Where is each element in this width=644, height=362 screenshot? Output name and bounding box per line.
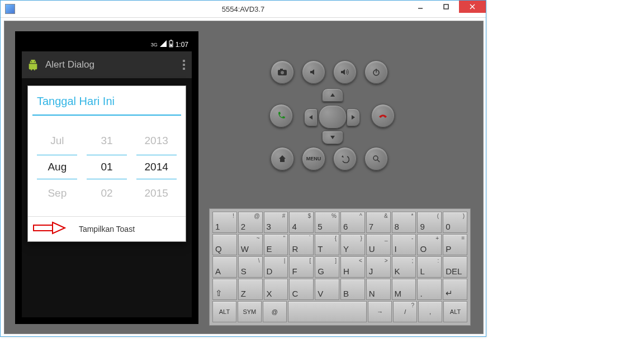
search-button[interactable] [364, 147, 388, 170]
key-,[interactable]: , [418, 301, 442, 322]
dpad-up[interactable] [322, 88, 343, 102]
key-A[interactable]: A [212, 256, 237, 278]
emulator-controls-pane: MENU 1!2@3#4$5%6^7&8*9(0) QW~E"R`T{Y}U_I… [209, 21, 483, 334]
key-/[interactable]: /? [393, 301, 417, 322]
key-7[interactable]: 7& [366, 212, 391, 233]
alert-dialog: Tanggal Hari Ini Jul Aug Sep 31 01 [27, 85, 186, 242]
year-current[interactable]: 2014 [136, 155, 177, 179]
volume-up-button[interactable] [333, 60, 357, 84]
key-.[interactable]: . [417, 279, 442, 300]
key-ALT[interactable]: ALT [443, 301, 467, 322]
end-call-button[interactable] [371, 104, 395, 127]
titlebar: 5554:AVD3.7 [1, 1, 486, 18]
camera-button[interactable] [271, 60, 294, 84]
maximize-button[interactable] [433, 1, 459, 13]
dpad-right[interactable] [347, 108, 360, 126]
key-SYM[interactable]: SYM [238, 301, 262, 322]
key-R[interactable]: R` [289, 234, 314, 255]
key-↵[interactable]: ↵ [443, 279, 467, 300]
key-P[interactable]: P= [443, 234, 467, 255]
key-C[interactable]: C [289, 279, 314, 300]
key-E[interactable]: E" [264, 234, 288, 255]
menu-label: MENU [306, 156, 321, 161]
key-2[interactable]: 2@ [238, 212, 263, 233]
dpad-center[interactable] [319, 105, 347, 128]
key-O[interactable]: O+ [417, 234, 442, 255]
svg-point-15 [373, 156, 378, 160]
year-prev[interactable]: 2013 [136, 129, 177, 153]
key-8[interactable]: 8* [392, 212, 416, 233]
key-Q[interactable]: Q [212, 234, 237, 255]
month-column[interactable]: Jul Aug Sep [37, 129, 77, 205]
clock: 1:07 [176, 41, 188, 49]
key-T[interactable]: T{ [315, 234, 339, 255]
key-X[interactable]: X [264, 279, 288, 300]
month-current[interactable]: Aug [37, 155, 77, 179]
key-space[interactable] [288, 301, 367, 322]
key-F[interactable]: F[ [289, 256, 314, 278]
key-W[interactable]: W~ [238, 234, 263, 255]
menu-button[interactable]: MENU [302, 147, 325, 170]
key-@[interactable]: @ [263, 301, 287, 322]
key-5[interactable]: 5% [315, 212, 339, 233]
minimize-button[interactable] [408, 1, 433, 13]
key-H[interactable]: H< [340, 256, 365, 278]
key-V[interactable]: V [315, 279, 339, 300]
key-DEL[interactable]: DEL [443, 256, 467, 278]
year-column[interactable]: 2013 2014 2015 [136, 129, 177, 205]
key-9[interactable]: 9( [417, 212, 442, 233]
key-4[interactable]: 4$ [289, 212, 314, 233]
app-title: Alert Dialog [45, 59, 94, 70]
dialog-title: Tanggal Hari Ini [28, 86, 186, 115]
network-indicator: 3G [151, 42, 158, 47]
close-button[interactable] [459, 1, 486, 13]
day-column[interactable]: 31 01 02 [87, 129, 127, 205]
key-G[interactable]: G] [315, 256, 339, 278]
volume-down-button[interactable] [302, 60, 325, 84]
power-button[interactable] [364, 60, 388, 84]
key-6[interactable]: 6^ [340, 212, 365, 233]
key-D[interactable]: D| [264, 256, 288, 278]
key-L[interactable]: L: [417, 256, 442, 278]
volume-up-icon [340, 68, 350, 77]
key-0[interactable]: 0) [443, 212, 467, 233]
svg-point-8 [34, 61, 35, 61]
key-B[interactable]: B [340, 279, 365, 300]
dpad-left[interactable] [304, 108, 318, 126]
android-status-bar: 3G 1:07 [22, 38, 192, 51]
key-K[interactable]: K; [392, 256, 416, 278]
year-next[interactable]: 2015 [136, 182, 177, 205]
key-U[interactable]: U_ [366, 234, 391, 255]
key-3[interactable]: 3# [264, 212, 288, 233]
key-I[interactable]: I- [392, 234, 416, 255]
app-launcher-icon [26, 58, 40, 72]
key-ALT[interactable]: ALT [212, 301, 236, 322]
month-prev[interactable]: Jul [37, 129, 77, 153]
key-Y[interactable]: Y} [340, 234, 365, 255]
dialog-confirm-button[interactable]: Tampilkan Toast [28, 216, 186, 241]
key-N[interactable]: N [366, 279, 391, 300]
month-next[interactable]: Sep [37, 182, 77, 205]
day-prev[interactable]: 31 [87, 129, 127, 153]
emulator-window: 5554:AVD3.7 3G [0, 0, 486, 337]
signal-icon [160, 40, 167, 49]
overflow-menu-button[interactable] [181, 58, 187, 72]
key-1[interactable]: 1! [212, 212, 237, 233]
key-M[interactable]: M [392, 279, 416, 300]
emulator-client: 3G 1:07 Alert Dialog [4, 21, 484, 334]
dpad [299, 88, 366, 144]
kb-row-1: 1!2@3#4$5%6^7&8*9(0) [212, 211, 468, 234]
back-button[interactable] [333, 147, 357, 170]
key-J[interactable]: J> [366, 256, 391, 278]
home-button[interactable] [271, 147, 294, 170]
date-picker[interactable]: Jul Aug Sep 31 01 02 2013 20 [28, 116, 186, 216]
key-Z[interactable]: Z [238, 279, 263, 300]
day-next[interactable]: 02 [87, 182, 127, 205]
call-button[interactable] [269, 104, 293, 127]
key-→[interactable]: → [368, 301, 392, 322]
day-current[interactable]: 01 [87, 155, 127, 179]
key-S[interactable]: S\ [238, 256, 263, 278]
key-⇧[interactable]: ⇧ [212, 279, 237, 300]
kb-row-3: AS\D|F[G]H<J>K;L:DEL [212, 256, 468, 278]
dpad-down[interactable] [322, 131, 343, 144]
